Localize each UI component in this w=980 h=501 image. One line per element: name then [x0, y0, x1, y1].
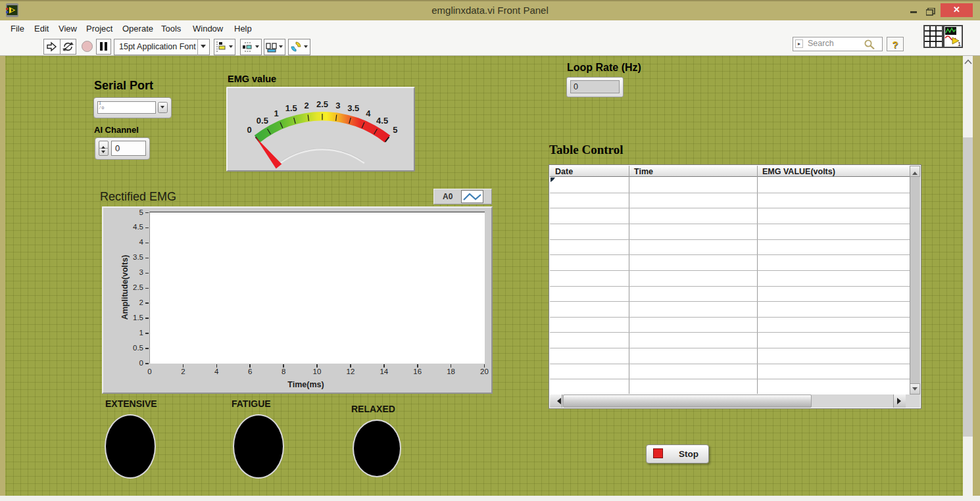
svg-text:4: 4 — [366, 108, 371, 118]
svg-text:4.5: 4.5 — [376, 116, 388, 126]
svg-text:5: 5 — [393, 125, 397, 135]
svg-text:3: 3 — [335, 101, 340, 110]
svg-text:0.5: 0.5 — [257, 116, 268, 126]
svg-text:0: 0 — [247, 125, 252, 135]
svg-text:1: 1 — [958, 41, 961, 47]
svg-text:1: 1 — [274, 108, 279, 118]
svg-text:2: 2 — [305, 101, 309, 110]
svg-text:3.5: 3.5 — [347, 103, 359, 113]
svg-text:1.5: 1.5 — [285, 103, 297, 113]
svg-text:2.5: 2.5 — [316, 99, 328, 109]
